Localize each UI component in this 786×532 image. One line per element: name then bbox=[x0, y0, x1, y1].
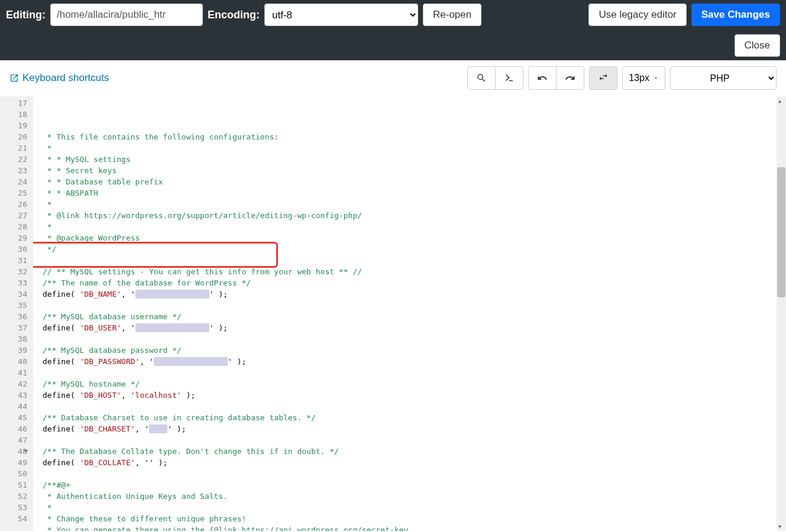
terminal-icon bbox=[504, 73, 515, 83]
header-toolbar: Editing: Encoding: utf-8 Re-open Use leg… bbox=[0, 0, 786, 60]
code-line[interactable] bbox=[43, 468, 774, 479]
line-number: 22 bbox=[4, 154, 27, 165]
line-number: 45 bbox=[4, 412, 27, 423]
keyboard-shortcuts-label: Keyboard shortcuts bbox=[22, 72, 109, 84]
code-editor[interactable]: 1718192021222324252627282930313233343536… bbox=[0, 96, 786, 531]
editor-toolbar: Keyboard shortcuts 13px PHP bbox=[0, 60, 786, 96]
language-select[interactable]: PHP bbox=[670, 66, 777, 90]
line-number: 43 bbox=[4, 390, 27, 401]
undo-button[interactable] bbox=[528, 66, 557, 90]
line-number: 31 bbox=[4, 255, 27, 266]
search-button[interactable] bbox=[467, 66, 496, 90]
code-line[interactable] bbox=[43, 434, 774, 446]
font-size-select[interactable]: 13px bbox=[622, 66, 665, 90]
code-area[interactable]: * This file contains the following confi… bbox=[33, 96, 777, 531]
vertical-scrollbar[interactable]: ▴ ▾ bbox=[777, 96, 786, 531]
code-line[interactable]: // ** MySQL settings - You can get this … bbox=[43, 266, 774, 277]
code-line[interactable]: * * ABSPATH bbox=[43, 187, 774, 199]
line-number: 42 bbox=[4, 378, 27, 390]
line-number: 33 bbox=[4, 277, 27, 288]
code-line[interactable]: /** MySQL hostname */ bbox=[43, 378, 774, 390]
reopen-button[interactable]: Re-open bbox=[423, 4, 481, 26]
line-number-gutter: 1718192021222324252627282930313233343536… bbox=[0, 96, 33, 531]
line-number: 49 bbox=[4, 457, 27, 468]
code-line[interactable]: * Change these to different unique phras… bbox=[43, 513, 774, 524]
code-line[interactable]: * You can generate these using the {@lin… bbox=[43, 524, 774, 531]
code-line[interactable]: * @package WordPress bbox=[43, 232, 774, 244]
code-line[interactable]: * bbox=[43, 199, 774, 210]
code-line[interactable]: * * MySQL settings bbox=[43, 154, 774, 165]
code-line[interactable] bbox=[43, 401, 774, 412]
line-number: 38 bbox=[4, 333, 27, 345]
code-line[interactable] bbox=[43, 367, 774, 378]
code-line[interactable]: /** The Database Collate type. Don't cha… bbox=[43, 446, 774, 457]
save-changes-button[interactable]: Save Changes bbox=[691, 4, 780, 26]
scrollbar-thumb[interactable] bbox=[777, 167, 785, 297]
legacy-editor-button[interactable]: Use legacy editor bbox=[588, 4, 686, 26]
wrap-toggle-button[interactable] bbox=[589, 66, 617, 90]
line-number: 17 bbox=[4, 98, 27, 109]
keyboard-shortcuts-link[interactable]: Keyboard shortcuts bbox=[9, 72, 109, 84]
line-number: 52 bbox=[4, 491, 27, 502]
chevron-down-icon bbox=[653, 75, 659, 81]
code-line[interactable]: /** Database Charset to use in creating … bbox=[43, 412, 774, 423]
code-line[interactable]: define( 'DB_HOST', 'localhost' ); bbox=[43, 390, 774, 401]
close-button[interactable]: Close bbox=[735, 34, 780, 57]
line-number: 30 bbox=[4, 244, 27, 255]
file-path-input[interactable] bbox=[50, 4, 203, 26]
code-line[interactable]: * Authentication Unique Keys and Salts. bbox=[43, 491, 774, 502]
line-number: 44 bbox=[4, 401, 27, 412]
code-line[interactable]: /** MySQL database password */ bbox=[43, 345, 774, 356]
line-number: 48 bbox=[4, 446, 27, 457]
line-number: 35 bbox=[4, 300, 27, 311]
code-line[interactable]: * bbox=[43, 142, 774, 154]
code-line[interactable]: * * Secret keys bbox=[43, 165, 774, 176]
line-number: 34 bbox=[4, 288, 27, 300]
code-line[interactable]: /** MySQL database username */ bbox=[43, 311, 774, 322]
editing-label: Editing: bbox=[6, 9, 46, 21]
line-number: 53 bbox=[4, 502, 27, 513]
search-icon bbox=[476, 73, 487, 83]
code-line[interactable] bbox=[43, 300, 774, 311]
line-number: 51 bbox=[4, 479, 27, 491]
line-number: 32 bbox=[4, 266, 27, 277]
encoding-label: Encoding: bbox=[208, 9, 260, 21]
scroll-down-icon: ▾ bbox=[778, 523, 781, 530]
line-number: 27 bbox=[4, 210, 27, 221]
line-number: 41 bbox=[4, 367, 27, 378]
code-line[interactable]: * @link https://wordpress.org/support/ar… bbox=[43, 210, 774, 221]
line-number: 54 bbox=[4, 513, 27, 524]
code-line[interactable]: * bbox=[43, 502, 774, 513]
line-number: 21 bbox=[4, 142, 27, 154]
code-line[interactable]: * * Database table prefix bbox=[43, 176, 774, 187]
encoding-select[interactable]: utf-8 bbox=[264, 4, 418, 26]
code-line[interactable]: * bbox=[43, 221, 774, 232]
code-line[interactable]: define( 'DB_CHARSET', ' ' ); bbox=[43, 423, 774, 434]
code-line[interactable]: define( 'DB_NAME', ' ' ); bbox=[43, 288, 774, 300]
redo-button[interactable] bbox=[556, 66, 584, 90]
line-number: 19 bbox=[4, 120, 27, 131]
line-number: 28 bbox=[4, 221, 27, 232]
line-number: 18 bbox=[4, 109, 27, 120]
code-line[interactable]: * This file contains the following confi… bbox=[43, 131, 774, 142]
code-line[interactable]: /** The name of the database for WordPre… bbox=[43, 277, 774, 288]
line-number: 50 bbox=[4, 468, 27, 479]
line-number: 23 bbox=[4, 165, 27, 176]
redo-icon bbox=[565, 73, 575, 83]
arrows-horizontal-icon bbox=[598, 73, 609, 83]
external-link-icon bbox=[9, 73, 19, 83]
font-size-value: 13px bbox=[629, 73, 649, 83]
code-line[interactable]: /**#@+ bbox=[43, 479, 774, 491]
code-line[interactable]: define( 'DB_COLLATE', '' ); bbox=[43, 457, 774, 468]
line-number: 47 bbox=[4, 434, 27, 446]
code-line[interactable]: define( 'DB_USER', ' ' ); bbox=[43, 322, 774, 333]
line-number: 25 bbox=[4, 187, 27, 199]
code-line[interactable]: */ bbox=[43, 244, 774, 255]
code-line[interactable]: define( 'DB_PASSWORD', ' ' ); bbox=[43, 356, 774, 367]
line-number: 40 bbox=[4, 356, 27, 367]
line-number: 29 bbox=[4, 232, 27, 244]
code-line[interactable] bbox=[43, 255, 774, 266]
terminal-button[interactable] bbox=[495, 66, 523, 90]
line-number: 24 bbox=[4, 176, 27, 187]
code-line[interactable] bbox=[43, 333, 774, 345]
